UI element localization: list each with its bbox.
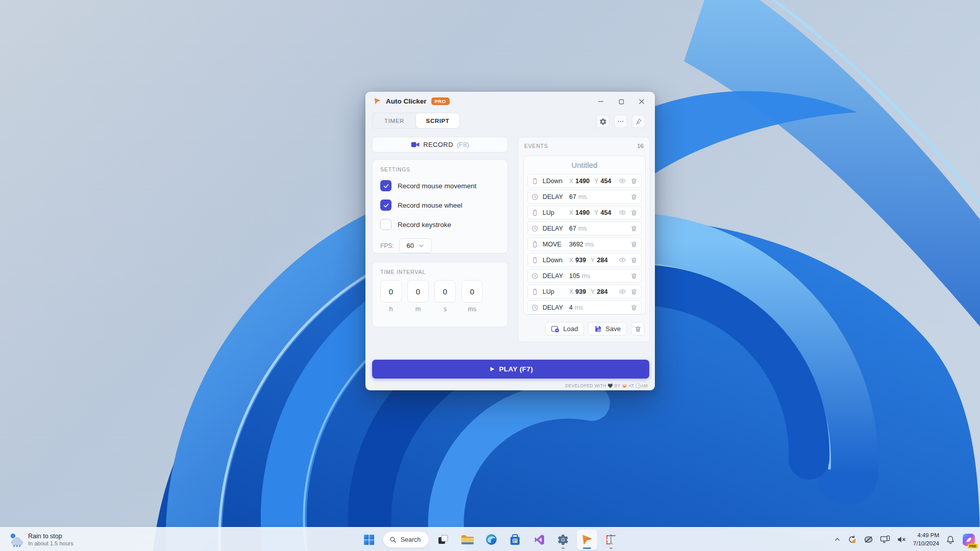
visual-studio-icon <box>533 534 545 546</box>
script-name-input[interactable]: Untitled <box>527 159 642 172</box>
interval-input-m[interactable]: 0 <box>407 280 429 303</box>
trash-icon[interactable] <box>630 272 638 280</box>
interval-unit-label: s <box>434 306 456 313</box>
trash-icon[interactable] <box>630 288 638 295</box>
trash-icon[interactable] <box>630 257 638 264</box>
eye-icon[interactable] <box>619 288 626 295</box>
tray-cast-icon[interactable] <box>880 535 890 544</box>
trash-icon[interactable] <box>630 225 638 232</box>
auto-clicker-taskbar-button[interactable] <box>577 530 597 550</box>
file-explorer-button[interactable] <box>457 530 477 550</box>
interval-input-h[interactable]: 0 <box>380 280 402 303</box>
maximize-button[interactable] <box>614 95 629 108</box>
eye-icon[interactable] <box>619 177 626 185</box>
checkbox-record-mouse-wheel[interactable]: Record mouse wheel <box>380 199 500 211</box>
window-title: Auto Clicker <box>386 97 427 105</box>
event-type-label: LUp <box>543 288 569 295</box>
interval-input-ms[interactable]: 0 <box>461 280 483 303</box>
mouse-icon <box>531 178 538 185</box>
eye-icon[interactable] <box>619 209 626 216</box>
settings-button[interactable] <box>596 115 609 128</box>
minimize-button[interactable] <box>593 95 608 108</box>
event-row[interactable]: DELAY4ms <box>527 300 642 314</box>
event-row[interactable]: MOVE3692ms <box>527 237 642 251</box>
titlebar[interactable]: Auto Clicker PRO <box>366 92 654 110</box>
event-type-label: DELAY <box>543 193 569 201</box>
task-view-icon <box>437 534 449 546</box>
tray-privacy-icon[interactable] <box>864 535 873 544</box>
save-button[interactable]: Save <box>588 322 627 336</box>
record-button[interactable]: RECORD (F8) <box>372 137 508 153</box>
task-view-button[interactable] <box>433 530 453 550</box>
more-options-button[interactable] <box>614 115 627 128</box>
events-list-card: Untitled LDownX1490Y454DELAY67msLUpX1490… <box>523 156 646 315</box>
event-row[interactable]: LUpX1490Y454 <box>527 206 642 219</box>
checkbox-checked-icon[interactable] <box>380 180 391 191</box>
event-row[interactable]: DELAY67ms <box>527 221 642 235</box>
microsoft-store-button[interactable] <box>505 530 525 550</box>
tray-sync-icon[interactable] <box>847 535 857 544</box>
interval-unit-label: m <box>407 306 429 313</box>
play-icon <box>488 366 495 372</box>
event-row[interactable]: LUpX939Y284 <box>527 285 642 298</box>
auto-clicker-window: Auto Clicker PRO TIMER SCRIPT <box>365 92 655 390</box>
eye-icon[interactable] <box>619 256 626 264</box>
settings-app-button[interactable] <box>553 530 573 550</box>
tray-chevron-up-icon[interactable] <box>834 536 841 543</box>
taskbar-search[interactable]: Search <box>383 531 430 548</box>
time-interval-card: TIME INTERVAL 0h0m0s0ms <box>372 262 508 327</box>
clock-icon <box>531 193 538 201</box>
tab-script[interactable]: SCRIPT <box>416 113 459 128</box>
event-row[interactable]: LDownX1490Y454 <box>527 174 642 188</box>
play-button[interactable]: PLAY (F7) <box>372 360 649 379</box>
checkbox-unchecked-icon[interactable] <box>380 219 391 230</box>
checkbox-checked-icon[interactable] <box>380 199 391 211</box>
fps-dropdown[interactable]: 60 <box>399 238 432 253</box>
trash-icon <box>634 325 642 333</box>
edge-browser-button[interactable] <box>481 530 501 550</box>
ellipsis-icon <box>617 118 624 125</box>
interval-unit-label: h <box>380 306 402 313</box>
copilot-button[interactable]: PRE <box>962 533 976 547</box>
desktop: Auto Clicker PRO TIMER SCRIPT <box>0 0 980 551</box>
screenshot-tool-button[interactable] <box>601 530 621 550</box>
time-interval-heading: TIME INTERVAL <box>380 269 500 275</box>
copilot-pre-badge: PRE <box>968 544 978 548</box>
trash-icon[interactable] <box>630 209 638 216</box>
video-camera-icon <box>411 141 420 148</box>
trash-icon[interactable] <box>630 193 638 201</box>
trash-icon[interactable] <box>630 178 638 185</box>
developer-credit: DEVELOPED WITH 🖤 BY 🐷 AT 🕓AM <box>565 383 648 388</box>
visual-studio-button[interactable] <box>529 530 549 550</box>
record-label: RECORD <box>423 141 453 148</box>
event-type-label: LDown <box>543 178 569 185</box>
load-folder-icon <box>551 325 559 333</box>
event-row[interactable]: LDownX939Y284 <box>527 253 642 267</box>
app-logo-icon <box>373 97 382 106</box>
tab-strip: TIMER SCRIPT <box>372 113 460 129</box>
taskbar-clock[interactable]: 4:49 PM 7/10/2024 <box>913 532 939 547</box>
microsoft-store-icon <box>509 534 521 546</box>
tab-timer[interactable]: TIMER <box>373 113 416 128</box>
clock-time: 4:49 PM <box>913 532 939 540</box>
clear-events-button[interactable] <box>631 322 645 336</box>
event-type-label: DELAY <box>543 225 569 232</box>
start-button[interactable] <box>359 530 379 550</box>
trash-icon[interactable] <box>630 304 638 311</box>
pin-button[interactable] <box>632 115 645 128</box>
event-row[interactable]: DELAY67ms <box>527 190 642 204</box>
interval-input-s[interactable]: 0 <box>434 280 456 303</box>
fps-label: FPS: <box>380 242 394 249</box>
settings-card: SETTINGS Record mouse movement Record mo… <box>372 159 508 254</box>
close-button[interactable] <box>634 95 649 108</box>
load-button[interactable]: Load <box>545 322 584 336</box>
tray-mute-icon[interactable] <box>897 535 906 544</box>
save-floppy-icon <box>594 325 602 333</box>
notification-bell-icon[interactable] <box>946 535 955 544</box>
checkbox-record-keystroke[interactable]: Record keystroke <box>380 218 500 231</box>
settings-heading: SETTINGS <box>380 166 500 172</box>
event-row[interactable]: DELAY105ms <box>527 269 642 283</box>
events-panel: EVENTS 16 Untitled LDownX1490Y454DELAY67… <box>518 137 650 342</box>
checkbox-record-mouse-movement[interactable]: Record mouse movement <box>380 180 500 192</box>
trash-icon[interactable] <box>630 241 638 248</box>
